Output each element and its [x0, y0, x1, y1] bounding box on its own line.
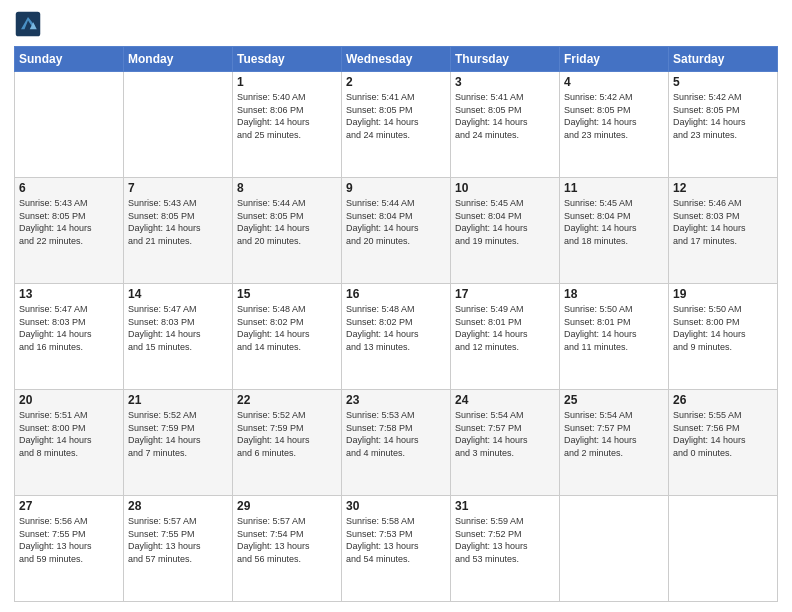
calendar-cell: [560, 496, 669, 602]
day-number: 2: [346, 75, 446, 89]
day-number: 21: [128, 393, 228, 407]
day-detail: Sunrise: 5:43 AM Sunset: 8:05 PM Dayligh…: [19, 197, 119, 247]
calendar-cell: 24Sunrise: 5:54 AM Sunset: 7:57 PM Dayli…: [451, 390, 560, 496]
day-number: 22: [237, 393, 337, 407]
day-detail: Sunrise: 5:47 AM Sunset: 8:03 PM Dayligh…: [19, 303, 119, 353]
calendar-row-3: 20Sunrise: 5:51 AM Sunset: 8:00 PM Dayli…: [15, 390, 778, 496]
day-detail: Sunrise: 5:45 AM Sunset: 8:04 PM Dayligh…: [455, 197, 555, 247]
calendar-cell: 21Sunrise: 5:52 AM Sunset: 7:59 PM Dayli…: [124, 390, 233, 496]
day-number: 12: [673, 181, 773, 195]
logo: [14, 10, 46, 38]
calendar-cell: 23Sunrise: 5:53 AM Sunset: 7:58 PM Dayli…: [342, 390, 451, 496]
day-detail: Sunrise: 5:44 AM Sunset: 8:04 PM Dayligh…: [346, 197, 446, 247]
header: [14, 10, 778, 38]
day-detail: Sunrise: 5:42 AM Sunset: 8:05 PM Dayligh…: [564, 91, 664, 141]
calendar-table: SundayMondayTuesdayWednesdayThursdayFrid…: [14, 46, 778, 602]
day-number: 24: [455, 393, 555, 407]
calendar-cell: 16Sunrise: 5:48 AM Sunset: 8:02 PM Dayli…: [342, 284, 451, 390]
day-detail: Sunrise: 5:51 AM Sunset: 8:00 PM Dayligh…: [19, 409, 119, 459]
day-detail: Sunrise: 5:43 AM Sunset: 8:05 PM Dayligh…: [128, 197, 228, 247]
day-detail: Sunrise: 5:42 AM Sunset: 8:05 PM Dayligh…: [673, 91, 773, 141]
calendar-cell: 26Sunrise: 5:55 AM Sunset: 7:56 PM Dayli…: [669, 390, 778, 496]
day-detail: Sunrise: 5:50 AM Sunset: 8:00 PM Dayligh…: [673, 303, 773, 353]
calendar-cell: 5Sunrise: 5:42 AM Sunset: 8:05 PM Daylig…: [669, 72, 778, 178]
day-number: 4: [564, 75, 664, 89]
day-detail: Sunrise: 5:41 AM Sunset: 8:05 PM Dayligh…: [346, 91, 446, 141]
calendar-cell: 12Sunrise: 5:46 AM Sunset: 8:03 PM Dayli…: [669, 178, 778, 284]
calendar-cell: 4Sunrise: 5:42 AM Sunset: 8:05 PM Daylig…: [560, 72, 669, 178]
day-number: 16: [346, 287, 446, 301]
day-detail: Sunrise: 5:52 AM Sunset: 7:59 PM Dayligh…: [237, 409, 337, 459]
day-detail: Sunrise: 5:59 AM Sunset: 7:52 PM Dayligh…: [455, 515, 555, 565]
calendar-cell: [669, 496, 778, 602]
calendar-cell: [124, 72, 233, 178]
day-number: 20: [19, 393, 119, 407]
day-number: 13: [19, 287, 119, 301]
day-number: 11: [564, 181, 664, 195]
calendar-cell: 20Sunrise: 5:51 AM Sunset: 8:00 PM Dayli…: [15, 390, 124, 496]
day-detail: Sunrise: 5:49 AM Sunset: 8:01 PM Dayligh…: [455, 303, 555, 353]
calendar-cell: 7Sunrise: 5:43 AM Sunset: 8:05 PM Daylig…: [124, 178, 233, 284]
day-number: 15: [237, 287, 337, 301]
day-number: 31: [455, 499, 555, 513]
calendar-cell: 8Sunrise: 5:44 AM Sunset: 8:05 PM Daylig…: [233, 178, 342, 284]
calendar-cell: 28Sunrise: 5:57 AM Sunset: 7:55 PM Dayli…: [124, 496, 233, 602]
calendar-cell: 6Sunrise: 5:43 AM Sunset: 8:05 PM Daylig…: [15, 178, 124, 284]
day-number: 3: [455, 75, 555, 89]
day-detail: Sunrise: 5:41 AM Sunset: 8:05 PM Dayligh…: [455, 91, 555, 141]
calendar-row-0: 1Sunrise: 5:40 AM Sunset: 8:06 PM Daylig…: [15, 72, 778, 178]
day-detail: Sunrise: 5:55 AM Sunset: 7:56 PM Dayligh…: [673, 409, 773, 459]
logo-icon: [14, 10, 42, 38]
calendar-row-4: 27Sunrise: 5:56 AM Sunset: 7:55 PM Dayli…: [15, 496, 778, 602]
day-number: 5: [673, 75, 773, 89]
weekday-header-row: SundayMondayTuesdayWednesdayThursdayFrid…: [15, 47, 778, 72]
day-number: 23: [346, 393, 446, 407]
calendar-cell: 1Sunrise: 5:40 AM Sunset: 8:06 PM Daylig…: [233, 72, 342, 178]
day-detail: Sunrise: 5:50 AM Sunset: 8:01 PM Dayligh…: [564, 303, 664, 353]
weekday-header-sunday: Sunday: [15, 47, 124, 72]
calendar-cell: 10Sunrise: 5:45 AM Sunset: 8:04 PM Dayli…: [451, 178, 560, 284]
weekday-header-friday: Friday: [560, 47, 669, 72]
day-number: 9: [346, 181, 446, 195]
calendar-cell: 31Sunrise: 5:59 AM Sunset: 7:52 PM Dayli…: [451, 496, 560, 602]
calendar-cell: 19Sunrise: 5:50 AM Sunset: 8:00 PM Dayli…: [669, 284, 778, 390]
svg-rect-0: [16, 12, 41, 37]
day-detail: Sunrise: 5:54 AM Sunset: 7:57 PM Dayligh…: [455, 409, 555, 459]
day-detail: Sunrise: 5:58 AM Sunset: 7:53 PM Dayligh…: [346, 515, 446, 565]
calendar-cell: 22Sunrise: 5:52 AM Sunset: 7:59 PM Dayli…: [233, 390, 342, 496]
day-number: 8: [237, 181, 337, 195]
day-number: 30: [346, 499, 446, 513]
day-detail: Sunrise: 5:48 AM Sunset: 8:02 PM Dayligh…: [237, 303, 337, 353]
calendar-row-2: 13Sunrise: 5:47 AM Sunset: 8:03 PM Dayli…: [15, 284, 778, 390]
day-number: 17: [455, 287, 555, 301]
calendar-row-1: 6Sunrise: 5:43 AM Sunset: 8:05 PM Daylig…: [15, 178, 778, 284]
calendar-cell: 17Sunrise: 5:49 AM Sunset: 8:01 PM Dayli…: [451, 284, 560, 390]
day-number: 27: [19, 499, 119, 513]
weekday-header-wednesday: Wednesday: [342, 47, 451, 72]
calendar-cell: 27Sunrise: 5:56 AM Sunset: 7:55 PM Dayli…: [15, 496, 124, 602]
day-detail: Sunrise: 5:40 AM Sunset: 8:06 PM Dayligh…: [237, 91, 337, 141]
calendar-cell: 15Sunrise: 5:48 AM Sunset: 8:02 PM Dayli…: [233, 284, 342, 390]
day-number: 29: [237, 499, 337, 513]
day-number: 25: [564, 393, 664, 407]
weekday-header-tuesday: Tuesday: [233, 47, 342, 72]
calendar-cell: 18Sunrise: 5:50 AM Sunset: 8:01 PM Dayli…: [560, 284, 669, 390]
calendar-cell: 29Sunrise: 5:57 AM Sunset: 7:54 PM Dayli…: [233, 496, 342, 602]
calendar-cell: 9Sunrise: 5:44 AM Sunset: 8:04 PM Daylig…: [342, 178, 451, 284]
day-detail: Sunrise: 5:45 AM Sunset: 8:04 PM Dayligh…: [564, 197, 664, 247]
day-number: 14: [128, 287, 228, 301]
day-number: 7: [128, 181, 228, 195]
day-number: 26: [673, 393, 773, 407]
day-detail: Sunrise: 5:52 AM Sunset: 7:59 PM Dayligh…: [128, 409, 228, 459]
calendar-cell: 3Sunrise: 5:41 AM Sunset: 8:05 PM Daylig…: [451, 72, 560, 178]
day-detail: Sunrise: 5:54 AM Sunset: 7:57 PM Dayligh…: [564, 409, 664, 459]
calendar-cell: 30Sunrise: 5:58 AM Sunset: 7:53 PM Dayli…: [342, 496, 451, 602]
day-detail: Sunrise: 5:57 AM Sunset: 7:55 PM Dayligh…: [128, 515, 228, 565]
calendar-cell: 11Sunrise: 5:45 AM Sunset: 8:04 PM Dayli…: [560, 178, 669, 284]
day-number: 28: [128, 499, 228, 513]
calendar-cell: 25Sunrise: 5:54 AM Sunset: 7:57 PM Dayli…: [560, 390, 669, 496]
day-number: 19: [673, 287, 773, 301]
day-number: 18: [564, 287, 664, 301]
day-detail: Sunrise: 5:56 AM Sunset: 7:55 PM Dayligh…: [19, 515, 119, 565]
day-detail: Sunrise: 5:44 AM Sunset: 8:05 PM Dayligh…: [237, 197, 337, 247]
